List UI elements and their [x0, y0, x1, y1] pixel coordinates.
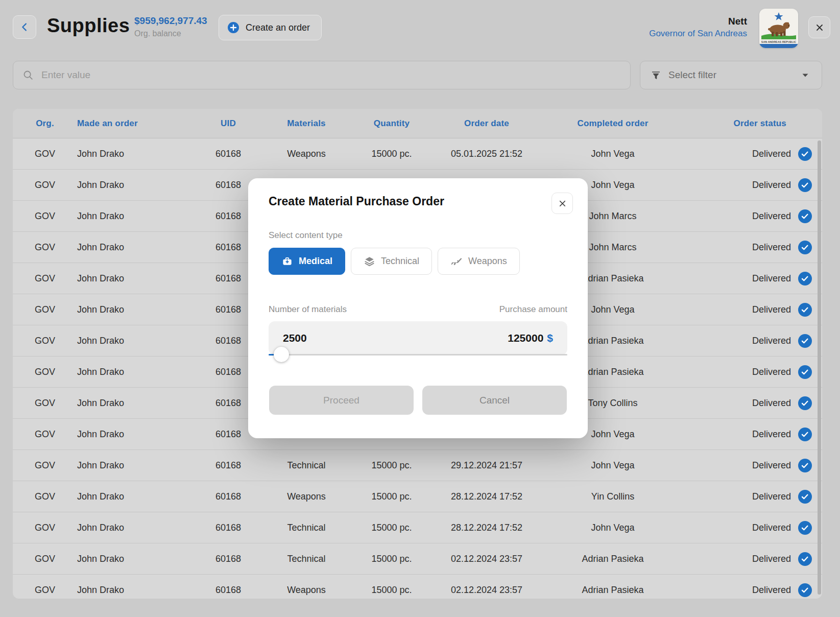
check-circle-icon	[798, 583, 812, 597]
table-row[interactable]: GOV John Drako 60168 Weapons 15000 pc. 2…	[13, 481, 822, 512]
cell-made-order: John Drako	[77, 242, 186, 253]
cell-completed-order: Yin Collins	[533, 491, 693, 502]
status-text: Delivered	[752, 429, 791, 440]
cell-quantity: 15000 pc.	[343, 491, 441, 502]
col-header-uid[interactable]: UID	[186, 118, 270, 129]
slider-handle[interactable]	[274, 347, 289, 362]
cell-org: GOV	[13, 273, 77, 284]
cell-org: GOV	[13, 460, 77, 471]
table-scrollbar[interactable]	[818, 140, 821, 595]
cell-made-order: John Drako	[77, 367, 186, 377]
close-icon	[558, 199, 567, 208]
table-row[interactable]: GOV John Drako 60168 Technical 15000 pc.…	[13, 512, 822, 543]
check-circle-icon	[798, 147, 812, 161]
filter-select[interactable]: Select filter	[640, 61, 822, 89]
col-header-completed-order[interactable]: Completed order	[533, 118, 693, 129]
page-close-button[interactable]	[808, 16, 830, 38]
cell-completed-order: John Vega	[533, 523, 693, 533]
col-header-made-order[interactable]: Made an order	[77, 118, 186, 129]
cell-materials: Weapons	[270, 585, 343, 596]
san-andreas-flag: SAN ANDREAS REPUBLIC	[759, 9, 798, 48]
cell-made-order: John Drako	[77, 211, 186, 222]
cell-uid: 60168	[186, 149, 270, 159]
user-role-link[interactable]: Governor of San Andreas	[649, 28, 747, 39]
check-circle-icon	[798, 365, 812, 379]
user-block: Nett Governor of San Andreas	[649, 15, 747, 39]
purchase-amount-number: 125000	[508, 332, 543, 344]
type-button-medical[interactable]: Medical	[269, 248, 345, 275]
flag-caption: SAN ANDREAS REPUBLIC	[761, 40, 796, 43]
chevron-down-icon	[799, 69, 811, 81]
cell-completed-order: John Vega	[533, 460, 693, 471]
materials-slider-track[interactable]	[269, 354, 567, 355]
cell-org: GOV	[13, 554, 77, 564]
cell-made-order: John Drako	[77, 585, 186, 596]
cancel-button[interactable]: Cancel	[422, 386, 567, 415]
cell-uid: 60168	[186, 460, 270, 471]
create-order-label: Create an order	[246, 22, 310, 33]
cell-org: GOV	[13, 149, 77, 159]
cell-quantity: 15000 pc.	[343, 585, 441, 596]
cell-materials: Technical	[270, 460, 343, 471]
status-text: Delivered	[752, 211, 791, 222]
plus-circle-icon	[227, 21, 239, 34]
col-header-order-date[interactable]: Order date	[441, 118, 533, 129]
col-header-materials[interactable]: Materials	[270, 118, 343, 129]
cell-order-date: 02.12.2024 23:57	[441, 585, 533, 596]
table-row[interactable]: GOV John Drako 60168 Weapons 15000 pc. 0…	[13, 575, 822, 599]
type-button-technical[interactable]: Technical	[351, 248, 432, 275]
col-header-org[interactable]: Org.	[13, 118, 77, 129]
cell-org: GOV	[13, 211, 77, 222]
cell-order-date: 28.12.2024 17:52	[441, 523, 533, 533]
search-bar[interactable]	[13, 61, 631, 89]
cell-uid: 60168	[186, 491, 270, 502]
cell-org: GOV	[13, 180, 77, 191]
cell-org: GOV	[13, 398, 77, 409]
check-circle-icon	[798, 272, 812, 286]
cell-materials: Weapons	[270, 149, 343, 159]
cell-materials: Weapons	[270, 491, 343, 502]
filter-label: Select filter	[668, 69, 792, 81]
org-balance-label: Org. balance	[134, 29, 207, 39]
type-label: Technical	[381, 256, 419, 267]
cell-order-status: Delivered	[693, 552, 822, 566]
status-text: Delivered	[752, 554, 791, 564]
back-button[interactable]	[13, 15, 36, 39]
org-balance: $959,962,977.43 Org. balance	[134, 15, 207, 39]
cell-made-order: John Drako	[77, 336, 186, 346]
cell-order-status: Delivered	[693, 396, 822, 410]
create-order-button[interactable]: Create an order	[219, 15, 322, 40]
cell-order-date: 29.12.2024 21:57	[441, 460, 533, 471]
cell-order-status: Delivered	[693, 272, 822, 286]
col-header-quantity[interactable]: Quantity	[343, 118, 441, 129]
modal-title: Create Material Purchase Order	[269, 195, 444, 208]
table-row[interactable]: GOV John Drako 60168 Technical 15000 pc.…	[13, 543, 822, 575]
cell-org: GOV	[13, 585, 77, 596]
purchase-amount-value: 125000 $	[508, 332, 553, 344]
status-text: Delivered	[752, 149, 791, 159]
funnel-icon	[651, 70, 661, 81]
proceed-button[interactable]: Proceed	[269, 386, 414, 415]
modal-close-button[interactable]	[551, 193, 573, 214]
table-row[interactable]: GOV John Drako 60168 Weapons 15000 pc. 0…	[13, 138, 822, 170]
search-input[interactable]	[40, 69, 621, 81]
status-text: Delivered	[752, 398, 791, 409]
cell-org: GOV	[13, 491, 77, 502]
col-header-order-status[interactable]: Order status	[693, 118, 822, 129]
status-text: Delivered	[752, 242, 791, 253]
check-circle-icon	[798, 396, 812, 410]
check-circle-icon	[798, 241, 812, 254]
rifle-icon	[450, 255, 463, 268]
cell-order-date: 05.01.2025 21:52	[441, 149, 533, 159]
cell-order-status: Delivered	[693, 365, 822, 379]
table-row[interactable]: GOV John Drako 60168 Technical 15000 pc.…	[13, 450, 822, 481]
cell-order-status: Delivered	[693, 583, 822, 597]
check-circle-icon	[798, 428, 812, 441]
cell-completed-order: Adrian Pasieka	[533, 554, 693, 564]
content-type-label: Select content type	[269, 230, 343, 241]
supplies-page: Supplies $959,962,977.43 Org. balance Cr…	[0, 0, 840, 617]
cell-org: GOV	[13, 429, 77, 440]
type-button-weapons[interactable]: Weapons	[438, 248, 520, 275]
number-of-materials-value: 2500	[283, 332, 307, 344]
cell-made-order: John Drako	[77, 273, 186, 284]
